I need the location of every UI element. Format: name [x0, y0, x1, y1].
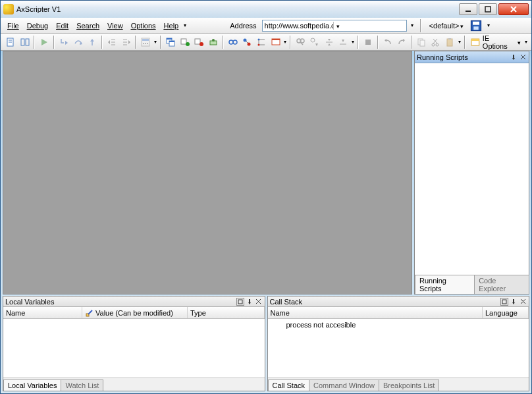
- call-stack-list[interactable]: process not accesible: [268, 319, 529, 378]
- svg-marker-62: [403, 39, 405, 42]
- svg-marker-86: [512, 302, 515, 304]
- running-scripts-body[interactable]: [415, 63, 529, 281]
- menu-options[interactable]: Options: [127, 20, 160, 31]
- svg-rect-78: [249, 299, 250, 302]
- svg-marker-12: [41, 39, 47, 45]
- close-panel-icon[interactable]: [255, 298, 263, 306]
- step-over-button[interactable]: [71, 35, 86, 49]
- tab-watch-list[interactable]: Watch List: [61, 380, 103, 391]
- close-button[interactable]: [498, 3, 529, 15]
- minimize-button[interactable]: [459, 3, 477, 15]
- toggle-view-button[interactable]: [18, 35, 32, 49]
- svg-point-38: [212, 39, 215, 42]
- svg-marker-19: [108, 40, 110, 44]
- step-into-button[interactable]: [57, 35, 71, 49]
- config-overflow-icon[interactable]: ▾: [486, 22, 491, 28]
- call-stack-tabs: Call Stack Command Window Breakpoints Li…: [268, 378, 529, 391]
- list-item[interactable]: process not accesible: [271, 320, 527, 329]
- tab-command-window[interactable]: Command Window: [309, 380, 379, 391]
- stop-button[interactable]: [361, 35, 375, 49]
- toolbar-overflow-3-icon[interactable]: ▾: [350, 39, 356, 45]
- col-value[interactable]: Value (Can be modified): [82, 307, 188, 318]
- find-next-button[interactable]: [307, 35, 322, 49]
- tree-button[interactable]: [254, 35, 269, 49]
- run-button[interactable]: [37, 35, 51, 49]
- indent-button[interactable]: [119, 35, 134, 49]
- pin-icon[interactable]: [510, 53, 518, 61]
- tab-running-scripts[interactable]: Running Scripts: [415, 275, 475, 294]
- separator: [160, 36, 161, 49]
- maximize-panel-icon[interactable]: [236, 298, 244, 306]
- svg-marker-56: [328, 39, 331, 41]
- menu-debug[interactable]: Debug: [23, 20, 52, 31]
- cut-button[interactable]: [429, 35, 443, 49]
- address-dropdown-icon[interactable]: [333, 22, 406, 30]
- svg-rect-77: [238, 300, 242, 304]
- tab-call-stack[interactable]: Call Stack: [268, 380, 310, 391]
- col-type[interactable]: Type: [188, 307, 265, 318]
- close-panel-icon[interactable]: [519, 53, 527, 61]
- maximize-button[interactable]: [479, 3, 497, 15]
- col-language[interactable]: Language: [483, 307, 529, 318]
- col-name[interactable]: Name: [268, 307, 483, 318]
- output-window-button[interactable]: [269, 35, 283, 49]
- step-out-button[interactable]: [85, 35, 99, 49]
- bottom-area: Local Variables Name Value (Can be modif…: [1, 295, 531, 393]
- disconnect-app-button[interactable]: [192, 35, 206, 49]
- connect-app-button[interactable]: [178, 35, 192, 49]
- separator: [34, 36, 35, 49]
- save-config-button[interactable]: [469, 19, 483, 32]
- toolbar-overflow-4-icon[interactable]: ▾: [457, 39, 462, 45]
- evaluate-button[interactable]: [138, 35, 153, 49]
- bookmark-toggle-button[interactable]: [322, 35, 336, 49]
- svg-point-67: [432, 43, 435, 46]
- find-button[interactable]: [293, 35, 307, 49]
- breakpoints-toggle-button[interactable]: [240, 35, 254, 49]
- copy-button[interactable]: [414, 35, 429, 49]
- menu-search[interactable]: Search: [72, 20, 103, 31]
- bookmark-next-button[interactable]: [336, 35, 350, 49]
- toolbar-overflow-1-icon[interactable]: ▾: [153, 39, 158, 45]
- pin-icon[interactable]: [246, 298, 253, 306]
- paste-button[interactable]: [442, 35, 457, 49]
- menu-edit[interactable]: Edit: [52, 20, 72, 31]
- svg-rect-25: [142, 39, 149, 41]
- default-dropdown[interactable]: <default>: [427, 20, 467, 32]
- local-variables-list[interactable]: [3, 319, 265, 378]
- menu-help[interactable]: Help: [160, 20, 183, 31]
- close-panel-icon[interactable]: [519, 298, 527, 306]
- watch-button[interactable]: [226, 35, 240, 49]
- toolbar-overflow-5-icon[interactable]: ▾: [523, 39, 529, 45]
- tab-local-variables[interactable]: Local Variables: [3, 380, 61, 391]
- maximize-panel-icon[interactable]: [500, 298, 508, 306]
- tab-code-explorer[interactable]: Code Explorer: [474, 275, 529, 294]
- svg-point-27: [145, 43, 146, 44]
- window-cascade-button[interactable]: [163, 35, 178, 49]
- address-overflow-icon[interactable]: ▾: [410, 22, 415, 28]
- editor-area[interactable]: [3, 51, 412, 295]
- right-panel-tabs: Running Scripts Code Explorer: [415, 281, 529, 294]
- menu-file[interactable]: File: [3, 20, 23, 31]
- separator: [135, 36, 136, 49]
- separator: [420, 19, 421, 32]
- menu-overflow-icon[interactable]: ▾: [182, 22, 188, 28]
- new-script-button[interactable]: [3, 35, 18, 49]
- outdent-button[interactable]: [105, 35, 119, 49]
- pin-icon[interactable]: [510, 298, 518, 306]
- tab-breakpoints-list[interactable]: Breakpoints List: [379, 380, 439, 391]
- titlebar: AxScripter V1: [1, 1, 531, 18]
- col-name[interactable]: Name: [3, 307, 82, 318]
- address-input[interactable]: http://www.softpedia.com: [262, 20, 407, 32]
- redo-button[interactable]: [394, 35, 409, 49]
- toolbar-overflow-2-icon[interactable]: ▾: [282, 39, 288, 45]
- svg-point-39: [229, 40, 233, 44]
- menu-view[interactable]: View: [103, 20, 127, 31]
- svg-rect-10: [21, 39, 24, 45]
- attach-process-button[interactable]: [206, 35, 221, 49]
- separator: [377, 36, 379, 49]
- svg-rect-33: [181, 39, 186, 44]
- ie-options-button[interactable]: IE Options: [467, 34, 523, 50]
- window-title: AxScripter V1: [16, 5, 459, 13]
- undo-button[interactable]: [381, 35, 395, 49]
- local-variables-header: Local Variables: [3, 296, 265, 307]
